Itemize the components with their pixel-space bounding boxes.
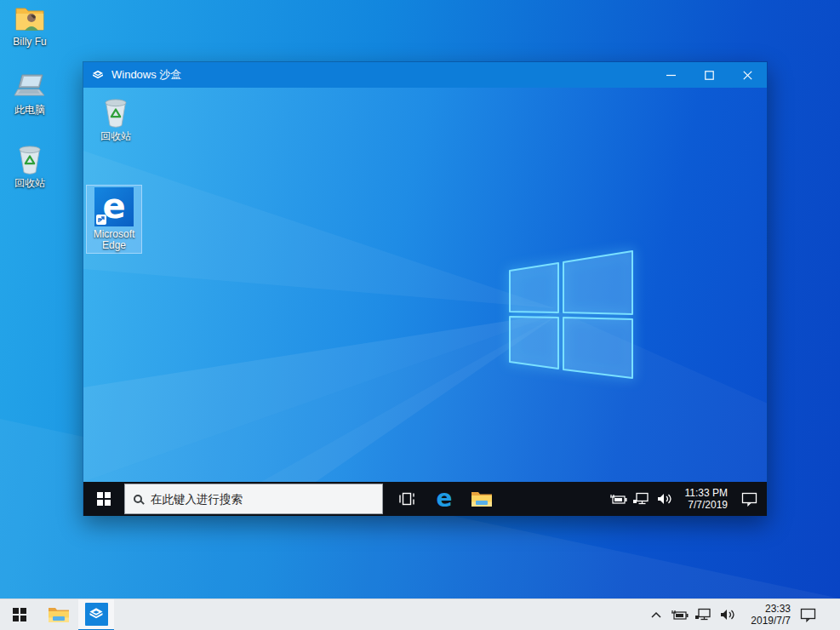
windows-logo-wallpaper (509, 250, 633, 379)
network-icon[interactable] (694, 602, 714, 627)
desktop-icon-label: Microsoft Edge (87, 229, 141, 251)
desktop-icon-label: 回收站 (100, 131, 131, 142)
search-input[interactable] (151, 493, 374, 506)
host-desktop[interactable]: Billy Fu 此电脑 回收站 (0, 0, 840, 598)
edge-icon: e (437, 487, 453, 511)
action-center-icon (741, 492, 757, 507)
file-explorer-icon (48, 605, 70, 624)
minimize-icon (666, 71, 676, 80)
sandbox-task-view-button[interactable] (388, 482, 426, 516)
desktop-icon-label: 此电脑 (14, 105, 45, 116)
task-view-icon (397, 490, 416, 508)
this-pc-icon (13, 73, 47, 102)
sandbox-desktop[interactable]: 回收站 e Microsoft Edge (83, 88, 767, 482)
host-system-tray (646, 602, 738, 627)
host-taskbar: 23:33 2019/7/7 (0, 598, 840, 630)
clock-date: 2019/7/7 (751, 615, 791, 627)
sandbox-taskbar: e (83, 482, 767, 516)
desktop-icon-user-folder[interactable]: Billy Fu (0, 3, 60, 48)
network-icon[interactable] (631, 486, 652, 512)
windows-sandbox-icon (91, 68, 105, 82)
minimize-button[interactable] (652, 62, 690, 88)
volume-icon[interactable] (717, 602, 738, 627)
window-controls (652, 62, 767, 88)
close-icon (743, 71, 752, 80)
desktop-icon-this-pc[interactable]: 此电脑 (0, 73, 60, 116)
desktop-icon-recycle-bin[interactable]: 回收站 (0, 143, 60, 189)
show-hidden-icons-chevron[interactable] (646, 602, 666, 627)
battery-icon[interactable] (670, 602, 690, 627)
desktop-icon-label: 回收站 (14, 178, 45, 189)
edge-tile-icon: e (94, 187, 134, 226)
screen: Billy Fu 此电脑 回收站 (0, 0, 840, 630)
action-center-icon (800, 608, 816, 622)
maximize-icon (705, 71, 714, 80)
maximize-button[interactable] (690, 62, 729, 88)
host-clock[interactable]: 23:33 2019/7/7 (738, 603, 791, 627)
sandbox-action-center-button[interactable] (731, 482, 767, 516)
search-icon (134, 495, 142, 503)
desktop-icon-label: Billy Fu (13, 37, 46, 48)
shortcut-arrow-icon (96, 215, 106, 225)
recycle-bin-icon (14, 143, 45, 175)
windows-sandbox-window: Windows 沙盒 (83, 61, 768, 516)
volume-icon[interactable] (654, 486, 675, 512)
sandbox-desktop-icon-recycle-bin[interactable]: 回收站 (89, 94, 143, 144)
sandbox-edge-taskbar-button[interactable]: e (426, 482, 463, 516)
windows-start-icon (13, 608, 26, 621)
close-button[interactable] (729, 62, 767, 88)
clock-time: 23:33 (765, 603, 791, 615)
clock-time: 11:33 PM (685, 487, 728, 499)
sandbox-titlebar[interactable]: Windows 沙盒 (83, 62, 767, 88)
sandbox-start-button[interactable] (83, 482, 124, 516)
host-action-center-button[interactable] (791, 599, 825, 630)
sandbox-system-tray (609, 486, 675, 512)
host-file-explorer-button[interactable] (39, 599, 78, 630)
host-sandbox-taskbar-button[interactable] (78, 599, 114, 630)
user-folder-icon (13, 3, 47, 34)
sandbox-desktop-icon-edge[interactable]: e Microsoft Edge (86, 185, 142, 254)
battery-icon[interactable] (609, 486, 629, 512)
window-title: Windows 沙盒 (111, 67, 181, 83)
windows-start-icon (97, 492, 111, 506)
sandbox-search-box[interactable] (124, 484, 383, 514)
sandbox-clock[interactable]: 11:33 PM 7/7/2019 (675, 487, 731, 511)
file-explorer-icon (471, 490, 493, 508)
recycle-bin-icon (100, 96, 131, 129)
clock-date: 7/7/2019 (688, 499, 728, 511)
windows-sandbox-icon (85, 603, 108, 626)
host-start-button[interactable] (0, 599, 39, 630)
sandbox-file-explorer-button[interactable] (463, 482, 500, 516)
